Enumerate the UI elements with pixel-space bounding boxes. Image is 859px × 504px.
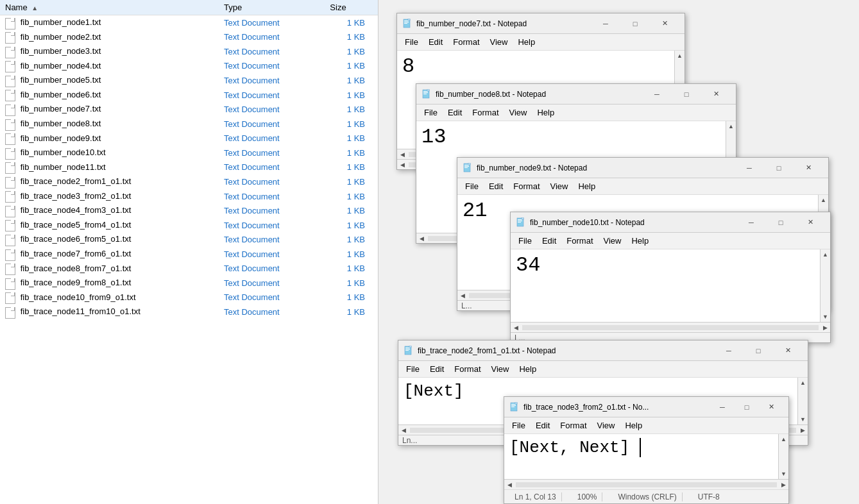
col-header-name[interactable]: Name ▲ bbox=[0, 0, 219, 15]
minimize-button[interactable]: ─ bbox=[735, 158, 764, 178]
maximize-button[interactable]: □ bbox=[620, 13, 650, 34]
menu-help[interactable]: Help bbox=[626, 234, 654, 248]
menu-view[interactable]: View bbox=[485, 35, 513, 49]
menu-view[interactable]: View bbox=[486, 362, 515, 376]
menu-view[interactable]: View bbox=[545, 180, 574, 193]
table-row[interactable]: fib_number_node3.txt Text Document 1 KB bbox=[0, 44, 378, 59]
table-row[interactable]: fib_number_node5.txt Text Document 1 KB bbox=[0, 73, 378, 88]
table-row[interactable]: fib_trace_node7_from6_o1.txt Text Docume… bbox=[0, 247, 378, 262]
menu-format[interactable]: Format bbox=[449, 362, 486, 376]
menu-format[interactable]: Format bbox=[561, 234, 598, 248]
scroll-down-arrow[interactable]: ▼ bbox=[798, 414, 808, 424]
menu-help[interactable]: Help bbox=[620, 419, 647, 432]
table-row[interactable]: fib_trace_node4_from3_o1.txt Text Docume… bbox=[0, 203, 378, 218]
scroll-down-arrow[interactable]: ▼ bbox=[821, 312, 831, 322]
menu-edit[interactable]: Edit bbox=[443, 106, 467, 119]
menu-format[interactable]: Format bbox=[555, 419, 591, 432]
h-scroll-left[interactable]: ◀ bbox=[504, 480, 515, 490]
h-scrollbar-node10[interactable]: ◀ ▶ bbox=[511, 322, 830, 332]
scroll-up-arrow[interactable]: ▲ bbox=[779, 434, 789, 444]
minimize-button[interactable]: ─ bbox=[591, 13, 620, 34]
scroll-down-arrow[interactable]: ▼ bbox=[779, 469, 789, 479]
table-row[interactable]: fib_trace_node8_from7_o1.txt Text Docume… bbox=[0, 262, 378, 276]
h-scroll-left[interactable]: ◀ bbox=[398, 425, 409, 435]
h-scroll-right[interactable]: ▶ bbox=[797, 425, 808, 435]
close-button[interactable]: ✕ bbox=[773, 340, 803, 361]
table-row[interactable]: fib_number_node8.txt Text Document 1 KB bbox=[0, 117, 378, 131]
menu-edit[interactable]: Edit bbox=[423, 35, 448, 49]
menu-file[interactable]: File bbox=[460, 180, 484, 193]
menu-file[interactable]: File bbox=[400, 35, 423, 49]
h-scroll-left[interactable]: ◀ bbox=[416, 233, 427, 244]
menu-edit[interactable]: Edit bbox=[484, 180, 508, 193]
minimize-button[interactable]: ─ bbox=[736, 212, 766, 233]
table-row[interactable]: fib_trace_node11_from10_o1.txt Text Docu… bbox=[0, 305, 378, 319]
minimize-button[interactable]: ─ bbox=[642, 84, 672, 105]
table-row[interactable]: fib_number_node6.txt Text Document 1 KB bbox=[0, 88, 378, 103]
table-row[interactable]: fib_number_node4.txt Text Document 1 KB bbox=[0, 59, 378, 74]
h-scroll-right[interactable]: ▶ bbox=[778, 480, 788, 490]
close-button[interactable]: ✕ bbox=[759, 398, 783, 416]
table-row[interactable]: fib_number_node2.txt Text Document 1 KB bbox=[0, 30, 378, 45]
scroll-up-arrow[interactable]: ▲ bbox=[675, 51, 685, 61]
menu-file[interactable]: File bbox=[401, 362, 425, 376]
scroll-up-arrow[interactable]: ▲ bbox=[798, 378, 808, 388]
menu-help[interactable]: Help bbox=[514, 362, 541, 376]
table-row[interactable]: fib_number_node1.txt Text Document 1 KB bbox=[0, 15, 378, 30]
table-row[interactable]: fib_trace_node3_from2_o1.txt Text Docume… bbox=[0, 189, 378, 204]
maximize-button[interactable]: □ bbox=[672, 84, 701, 105]
file-list-table: Name ▲ Type Size fib_number_node1.txt Te… bbox=[0, 0, 378, 319]
h-scroll-left[interactable]: ◀ bbox=[511, 323, 521, 333]
window-title-trace3: fib_trace_node3_from2_o1.txt - No... bbox=[523, 403, 710, 412]
scroll-up-arrow[interactable]: ▲ bbox=[821, 249, 831, 260]
content-area-trace3[interactable]: [Next, Next] bbox=[504, 434, 778, 479]
table-row[interactable]: fib_number_node10.txt Text Document 1 KB bbox=[0, 146, 378, 160]
table-row[interactable]: fib_number_node11.txt Text Document 1 KB bbox=[0, 160, 378, 175]
scroll-left-arrow[interactable]: ◀ bbox=[397, 160, 407, 170]
h-scroll-left[interactable]: ◀ bbox=[457, 290, 468, 301]
table-row[interactable]: fib_number_node9.txt Text Document 1 KB bbox=[0, 131, 378, 146]
table-row[interactable]: fib_trace_node10_from9_o1.txt Text Docum… bbox=[0, 290, 378, 305]
close-button[interactable]: ✕ bbox=[701, 84, 731, 105]
menu-file[interactable]: File bbox=[507, 419, 531, 432]
menu-help[interactable]: Help bbox=[513, 35, 540, 49]
close-button[interactable]: ✕ bbox=[794, 158, 823, 178]
minimize-button[interactable]: ─ bbox=[710, 398, 735, 416]
table-row[interactable]: fib_trace_node2_from1_o1.txt Text Docume… bbox=[0, 174, 378, 189]
table-row[interactable]: fib_number_node7.txt Text Document 1 KB bbox=[0, 102, 378, 117]
menu-file[interactable]: File bbox=[513, 234, 537, 248]
v-scrollbar-trace3[interactable]: ▲ ▼ bbox=[778, 434, 788, 479]
h-scrollbar-trace3[interactable]: ◀ ▶ bbox=[504, 479, 788, 489]
close-button[interactable]: ✕ bbox=[650, 13, 679, 34]
menu-view[interactable]: View bbox=[599, 234, 627, 248]
scroll-up-arrow[interactable]: ▲ bbox=[819, 195, 829, 205]
table-row[interactable]: fib_trace_node6_from5_o1.txt Text Docume… bbox=[0, 232, 378, 247]
scroll-up-arrow[interactable]: ▲ bbox=[726, 121, 736, 131]
menu-file[interactable]: File bbox=[419, 106, 443, 119]
menu-edit[interactable]: Edit bbox=[531, 419, 555, 432]
maximize-button[interactable]: □ bbox=[764, 158, 794, 178]
close-button[interactable]: ✕ bbox=[795, 212, 825, 233]
col-header-type[interactable]: Type bbox=[219, 0, 325, 15]
v-scrollbar-node10[interactable]: ▲ ▼ bbox=[820, 249, 830, 322]
menu-help[interactable]: Help bbox=[532, 106, 559, 119]
col-header-size[interactable]: Size bbox=[325, 0, 378, 15]
table-row[interactable]: fib_trace_node5_from4_o1.txt Text Docume… bbox=[0, 218, 378, 233]
menu-format[interactable]: Format bbox=[467, 106, 504, 119]
menu-view[interactable]: View bbox=[504, 106, 532, 119]
menu-view[interactable]: View bbox=[592, 419, 620, 432]
minimize-button[interactable]: ─ bbox=[714, 340, 744, 361]
maximize-button[interactable]: □ bbox=[735, 398, 759, 416]
table-row[interactable]: fib_trace_node9_from8_o1.txt Text Docume… bbox=[0, 276, 378, 290]
content-area-node10[interactable]: 34 bbox=[511, 249, 820, 322]
maximize-button[interactable]: □ bbox=[766, 212, 795, 233]
menu-edit[interactable]: Edit bbox=[425, 362, 449, 376]
v-scrollbar-trace2[interactable]: ▲ ▼ bbox=[797, 378, 808, 424]
maximize-button[interactable]: □ bbox=[744, 340, 773, 361]
menu-edit[interactable]: Edit bbox=[537, 234, 561, 248]
h-scroll-right[interactable]: ▶ bbox=[820, 323, 830, 333]
menu-format[interactable]: Format bbox=[448, 35, 484, 49]
menu-help[interactable]: Help bbox=[573, 180, 600, 193]
menu-format[interactable]: Format bbox=[508, 180, 545, 193]
h-scroll-left[interactable]: ◀ bbox=[397, 149, 407, 160]
